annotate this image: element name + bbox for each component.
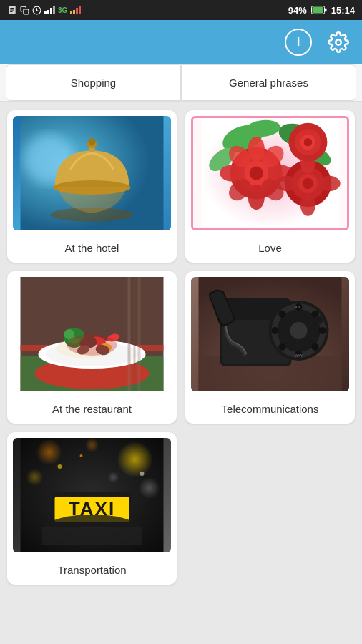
app-bar: i <box>0 20 362 64</box>
clock-icon <box>32 6 41 15</box>
svg-point-77 <box>290 322 308 339</box>
telecom-image: ABC WXY <box>191 277 349 391</box>
svg-point-30 <box>220 165 245 181</box>
svg-point-96 <box>58 464 62 469</box>
signal-bars <box>44 6 55 14</box>
svg-point-16 <box>89 138 96 145</box>
svg-point-98 <box>140 472 145 476</box>
transportation-image-wrapper: TAXI <box>7 432 177 558</box>
svg-rect-4 <box>24 9 29 14</box>
transportation-label: Transportation <box>53 558 130 585</box>
telecom-image-wrapper: ABC WXY <box>185 271 355 397</box>
svg-point-91 <box>36 439 62 465</box>
svg-rect-7 <box>312 7 323 14</box>
card-restaurant[interactable]: At the restaurant <box>7 271 177 424</box>
svg-point-57 <box>64 329 74 339</box>
svg-point-97 <box>80 454 83 457</box>
svg-point-92 <box>139 477 160 499</box>
gear-icon <box>328 31 349 53</box>
copy-icon <box>20 6 29 15</box>
svg-rect-3 <box>10 11 13 12</box>
tab-shopping[interactable]: Shopping <box>6 64 181 101</box>
svg-rect-8 <box>325 9 327 12</box>
love-image <box>191 116 349 230</box>
svg-point-42 <box>275 176 298 191</box>
svg-point-39 <box>303 178 313 189</box>
svg-point-65 <box>67 334 117 356</box>
svg-point-93 <box>26 469 44 486</box>
card-hotel[interactable]: At the hotel <box>7 110 177 263</box>
time-display: 15:14 <box>331 5 355 16</box>
tab-general-phrases[interactable]: General phrases <box>181 64 356 101</box>
svg-rect-66 <box>128 277 131 391</box>
svg-point-41 <box>300 194 315 216</box>
battery-icon <box>311 6 327 14</box>
svg-point-43 <box>318 176 341 191</box>
network-type: 3G <box>58 6 67 14</box>
hotel-image-wrapper <box>7 110 177 236</box>
hotel-label: At the hotel <box>61 236 124 263</box>
svg-point-82 <box>279 311 286 318</box>
restaurant-image <box>13 277 171 391</box>
svg-rect-68 <box>138 277 141 391</box>
svg-rect-2 <box>10 9 14 10</box>
status-left: 3G <box>7 5 81 15</box>
svg-point-9 <box>336 39 341 45</box>
svg-point-86 <box>315 316 323 324</box>
sim-icon <box>7 5 17 15</box>
svg-point-28 <box>248 137 265 162</box>
restaurant-label: At the restaurant <box>48 397 136 424</box>
svg-point-95 <box>108 472 119 483</box>
card-grid: At the hotel <box>0 102 362 593</box>
status-bar: 3G 94% 15:14 <box>0 0 362 20</box>
settings-button[interactable] <box>325 29 352 56</box>
battery-percent: 94% <box>288 5 307 16</box>
svg-point-81 <box>319 327 326 334</box>
tabs-row: Shopping General phrases <box>0 64 362 102</box>
svg-point-90 <box>117 441 153 477</box>
svg-rect-1 <box>10 8 14 9</box>
card-transportation[interactable]: TAXI Transportation <box>7 432 177 585</box>
love-image-wrapper <box>185 110 355 236</box>
info-button[interactable]: i <box>285 29 312 56</box>
svg-point-85 <box>312 343 319 351</box>
signal-bars2 <box>70 6 81 14</box>
love-label: Love <box>254 236 286 263</box>
status-right: 94% 15:14 <box>288 5 355 16</box>
telecom-label: Telecommunications <box>217 397 323 424</box>
transportation-image: TAXI <box>13 438 171 552</box>
svg-point-47 <box>304 138 313 147</box>
hotel-image <box>13 116 171 230</box>
restaurant-image-wrapper <box>7 271 177 397</box>
card-telecom[interactable]: ABC WXY Telecommunications <box>185 271 355 424</box>
svg-point-84 <box>279 343 286 351</box>
svg-text:ABC: ABC <box>295 305 303 309</box>
svg-point-29 <box>248 185 265 210</box>
svg-point-27 <box>250 166 263 180</box>
svg-point-80 <box>272 327 279 334</box>
svg-rect-67 <box>134 277 136 391</box>
info-icon: i <box>297 35 300 49</box>
card-love[interactable]: Love <box>185 110 355 263</box>
svg-text:WXY: WXY <box>295 353 303 358</box>
svg-point-94 <box>85 438 99 452</box>
